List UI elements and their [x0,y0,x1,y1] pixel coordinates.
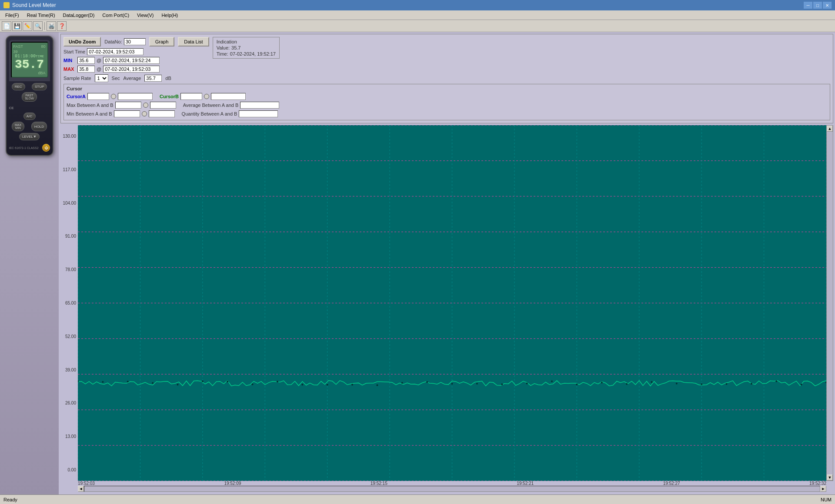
toolbar-edit[interactable]: ✏️ [23,21,32,31]
data-no-input[interactable] [124,38,146,45]
avg-between-row: Average Between A and B [183,102,280,109]
y-label-39: 39.00 [65,368,76,372]
graph-canvas[interactable] [78,125,826,481]
maximize-button[interactable]: □ [813,2,822,9]
y-label-0: 0.00 [68,468,76,472]
y-label-26: 26.00 [65,401,76,405]
y-label-78: 78.00 [65,267,76,272]
cursor-a-time[interactable] [118,93,153,100]
min-at-label: @ [97,58,101,63]
menu-view[interactable]: View(V) [134,12,157,19]
cursor-b-value[interactable] [180,93,202,100]
slm-ce-mark: CE [9,106,14,110]
datalist-button[interactable]: Data List [178,37,209,46]
sample-rate-unit: Sec [112,76,120,81]
min-between-time[interactable] [149,110,175,117]
min-between-circle [142,111,147,116]
avg-between-label: Average Between A and B [183,103,239,108]
scroll-left-button[interactable]: ◄ [78,486,84,492]
scroll-down-button[interactable]: ▼ [827,474,833,481]
min-value-input[interactable] [77,57,95,64]
graph-y-axis: 130.00 117.00 104.00 91.00 78.00 65.00 5… [60,125,78,481]
average-input[interactable] [144,75,162,82]
close-button[interactable]: ✕ [823,2,832,9]
x-label-5: 19:52:32 [809,481,826,486]
menu-comport[interactable]: Com Port(C) [99,12,133,19]
toolbar-help[interactable]: ❓ [57,21,67,31]
title-bar: Sound Level Meter ─ □ ✕ [0,0,835,10]
toolbar-search[interactable]: 🔍 [33,21,43,31]
scroll-right-button[interactable]: ► [820,486,826,492]
slm-power-btn[interactable]: ⏻ [42,144,50,152]
slm-btn-level[interactable]: LEVEL▼ [19,133,40,140]
slm-buttons: REC STUP FASTSLOW CE A/C MAXMIN HOLD LEV [9,83,50,152]
slm-btn-rec[interactable]: REC [12,83,25,90]
cursor-title: Cursor [67,86,827,91]
menu-help[interactable]: Help(H) [158,12,181,19]
cursor-b-time[interactable] [211,93,246,100]
slm-range-left: 39 [13,50,18,54]
menu-file[interactable]: File(F) [2,12,23,19]
min-between-value[interactable] [114,110,140,117]
average-label: Average [124,76,141,81]
qty-between-value[interactable] [239,110,278,117]
y-label-65: 65.00 [65,301,76,305]
sample-rate-select[interactable]: 1 2 5 [95,74,108,82]
status-right: NUM [821,497,832,502]
cursor-a-row: CursorA [67,93,153,100]
cursor-section: Cursor CursorA CursorB [63,84,830,120]
slm-btn-fastslow[interactable]: FASTSLOW [22,92,37,102]
qty-between-label: Quantity Between A and B [182,111,237,116]
toolbar-print[interactable]: 🖨️ [47,21,56,31]
slm-btn-hold[interactable]: HOLD [31,122,47,131]
slm-btn-ac[interactable]: A/C [23,113,36,120]
slm-btn-maxmin[interactable]: MAXMIN [12,122,24,131]
slm-big-number: 35.7 [13,59,46,71]
max-between-time[interactable] [150,102,176,109]
slm-mode: FAST [13,44,23,49]
slm-display-top: FAST 80 [13,44,46,49]
max-between-value[interactable] [115,102,141,109]
title-bar-controls[interactable]: ─ □ ✕ [804,2,832,9]
scroll-track-h[interactable] [84,486,820,492]
indication-value-label: Value: [217,45,230,50]
x-label-0: 19:52:03 [78,481,95,486]
slm-display: FAST 80 39 01:18:00TIME 35.7 dBA [11,42,48,78]
menu-realtime[interactable]: Real Time(R) [23,12,59,19]
menu-datalogger[interactable]: DataLogger(D) [60,12,98,19]
x-label-3: 19:52:21 [517,481,534,486]
toolbar-separator [44,22,45,30]
cursor-a-value[interactable] [87,93,109,100]
cursor-b-row: CursorB [160,93,246,100]
slm-btn-setup[interactable]: STUP [32,83,47,90]
toolbar-save[interactable]: 💾 [12,21,22,31]
undo-zoom-button[interactable]: UnDo Zoom [63,37,101,46]
right-scrollbar[interactable]: ▲ ▼ [826,125,833,481]
title-bar-left: Sound Level Meter [3,2,56,8]
toolbar: 📄 💾 ✏️ 🔍 🖨️ ❓ [0,20,835,32]
toolbar-new[interactable]: 📄 [2,21,11,31]
graph-button[interactable]: Graph [149,37,175,46]
scroll-up-button[interactable]: ▲ [827,126,833,132]
indication-time-label: Time: [217,51,228,56]
max-value-input[interactable] [77,66,95,73]
avg-between-value[interactable] [240,102,279,109]
minimize-button[interactable]: ─ [804,2,812,9]
right-panel: UnDo Zoom DataNo: Graph Data List Start … [59,32,835,494]
cursor-a-circle [111,94,116,99]
graph-x-axis: 19:52:03 19:52:09 19:52:15 19:52:21 19:5… [78,481,826,486]
max-time-input[interactable] [103,66,160,73]
h-scrollbar[interactable]: ◄ ► [78,486,826,493]
start-time-input[interactable] [87,48,144,55]
y-label-117: 117.00 [63,167,76,172]
start-time-label: Start Time [63,49,85,54]
controls-area: UnDo Zoom DataNo: Graph Data List Start … [60,34,833,123]
graph-section: Real Time Graph 130.00 117.00 104.00 91.… [60,125,833,493]
indication-title: Indication [217,39,276,44]
slm-btn-row-2: FASTSLOW [9,92,50,102]
x-label-2: 19:52:15 [371,481,387,486]
average-unit: dB [165,76,171,81]
min-time-input[interactable] [103,57,160,64]
scroll-track-v[interactable] [827,132,833,474]
main-content: FAST 80 39 01:18:00TIME 35.7 dBA REC [0,32,835,494]
